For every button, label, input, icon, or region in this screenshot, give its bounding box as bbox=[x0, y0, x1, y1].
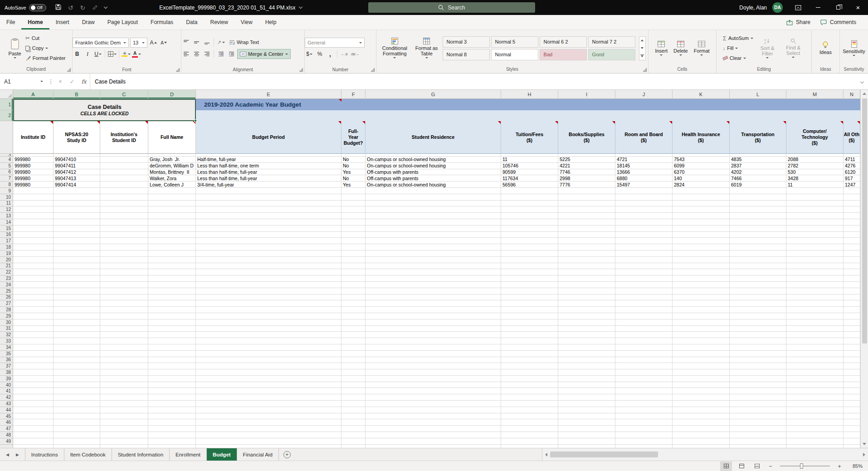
row-header-40[interactable]: 40 bbox=[0, 382, 13, 388]
cell-L24[interactable] bbox=[730, 282, 786, 288]
cell-L14[interactable] bbox=[730, 219, 786, 226]
cell-E41[interactable] bbox=[196, 388, 341, 394]
align-right-button[interactable] bbox=[202, 49, 211, 59]
zoom-slider[interactable] bbox=[780, 466, 830, 466]
cell-M37[interactable] bbox=[786, 363, 844, 369]
cell-G18[interactable] bbox=[366, 244, 501, 250]
row-header-spacer[interactable] bbox=[0, 121, 13, 154]
horizontal-scrollbar[interactable] bbox=[542, 448, 868, 461]
cell-A44[interactable] bbox=[13, 407, 54, 413]
cell-J5[interactable]: 18145 bbox=[615, 163, 673, 169]
cell-A29[interactable] bbox=[13, 313, 54, 319]
vertical-scrollbar[interactable] bbox=[860, 90, 868, 448]
row-header-32[interactable]: 32 bbox=[0, 332, 13, 338]
cell-N35[interactable] bbox=[844, 351, 860, 357]
cell-B34[interactable] bbox=[54, 344, 100, 351]
cell-M40[interactable] bbox=[786, 382, 844, 388]
cell-style-normal-7-2[interactable]: Normal 7 2 bbox=[588, 36, 635, 48]
column-header-E[interactable]: E bbox=[196, 90, 341, 99]
row-header-9[interactable]: 9 bbox=[0, 188, 13, 194]
cell-E47[interactable] bbox=[196, 426, 341, 432]
select-all-corner[interactable] bbox=[0, 90, 13, 99]
row-header-48[interactable]: 48 bbox=[0, 432, 13, 438]
cell-J31[interactable] bbox=[615, 326, 673, 332]
row-header-38[interactable]: 38 bbox=[0, 369, 13, 376]
cell-K35[interactable] bbox=[673, 351, 730, 357]
cell-I39[interactable] bbox=[558, 376, 615, 382]
cell-C41[interactable] bbox=[100, 388, 148, 394]
cell-M45[interactable] bbox=[786, 413, 844, 420]
cell-L9[interactable] bbox=[730, 188, 786, 194]
cell-E38[interactable] bbox=[196, 369, 341, 376]
cell-N22[interactable] bbox=[844, 269, 860, 275]
cell-A33[interactable] bbox=[13, 338, 54, 344]
cell-F43[interactable] bbox=[341, 401, 366, 407]
cell-N43[interactable] bbox=[844, 401, 860, 407]
italic-button[interactable]: I bbox=[83, 49, 92, 59]
cell-C4[interactable] bbox=[100, 157, 148, 163]
cell-C30[interactable] bbox=[100, 319, 148, 326]
sheet-tab-enrollment[interactable]: Enrollment bbox=[170, 448, 207, 461]
row-header-28[interactable]: 28 bbox=[0, 307, 13, 313]
cell-I23[interactable] bbox=[558, 275, 615, 282]
cell-A40[interactable] bbox=[13, 382, 54, 388]
cell-J30[interactable] bbox=[615, 319, 673, 326]
cell-M17[interactable] bbox=[786, 238, 844, 244]
column-title-J[interactable]: Room and Board ($) bbox=[615, 121, 673, 154]
column-title-N[interactable]: All Oth ($) bbox=[844, 121, 860, 154]
zoom-out-button[interactable]: − bbox=[766, 463, 775, 470]
cell-C31[interactable] bbox=[100, 326, 148, 332]
borders-button[interactable] bbox=[107, 49, 117, 59]
cell-J39[interactable] bbox=[615, 376, 673, 382]
cell-N26[interactable] bbox=[844, 294, 860, 301]
cell-A36[interactable] bbox=[13, 357, 54, 363]
cell-A7[interactable]: 999980 bbox=[13, 175, 54, 182]
cell-B23[interactable] bbox=[54, 275, 100, 282]
cell-M11[interactable] bbox=[786, 201, 844, 207]
cell-K47[interactable] bbox=[673, 426, 730, 432]
cell-E34[interactable] bbox=[196, 344, 341, 351]
cell-I43[interactable] bbox=[558, 401, 615, 407]
cell-A12[interactable] bbox=[13, 206, 54, 213]
cell-J29[interactable] bbox=[615, 313, 673, 319]
cell-K13[interactable] bbox=[673, 213, 730, 219]
cell-K23[interactable] bbox=[673, 275, 730, 282]
cell-A39[interactable] bbox=[13, 376, 54, 382]
cell-G15[interactable] bbox=[366, 226, 501, 232]
cell-A8[interactable]: 999980 bbox=[13, 182, 54, 188]
cell-G43[interactable] bbox=[366, 401, 501, 407]
cell-D14[interactable] bbox=[148, 219, 196, 226]
cell-G50[interactable] bbox=[366, 445, 501, 448]
column-header-H[interactable]: H bbox=[501, 90, 558, 99]
cell-F23[interactable] bbox=[341, 275, 366, 282]
row-header-12[interactable]: 12 bbox=[0, 206, 13, 213]
row-header-44[interactable]: 44 bbox=[0, 407, 13, 413]
cell-A18[interactable] bbox=[13, 244, 54, 250]
cell-F49[interactable] bbox=[341, 438, 366, 445]
row-header-spacer[interactable] bbox=[0, 445, 13, 448]
cell-K36[interactable] bbox=[673, 357, 730, 363]
cell-M21[interactable] bbox=[786, 263, 844, 270]
column-header-D[interactable]: D bbox=[148, 90, 196, 99]
ribbon-tab-insert[interactable]: Insert bbox=[49, 15, 76, 29]
cell-A46[interactable] bbox=[13, 419, 54, 426]
cell-D19[interactable] bbox=[148, 250, 196, 257]
accounting-format-button[interactable]: $ bbox=[305, 49, 314, 59]
cell-N49[interactable] bbox=[844, 438, 860, 445]
cell-H29[interactable] bbox=[501, 313, 558, 319]
cell-E42[interactable] bbox=[196, 394, 341, 401]
cell-C17[interactable] bbox=[100, 238, 148, 244]
cell-E14[interactable] bbox=[196, 219, 341, 226]
cell-A11[interactable] bbox=[13, 201, 54, 207]
cell-K30[interactable] bbox=[673, 319, 730, 326]
cell-N44[interactable] bbox=[844, 407, 860, 413]
align-center-button[interactable] bbox=[192, 49, 201, 59]
cell-B38[interactable] bbox=[54, 369, 100, 376]
decrease-decimal-button[interactable]: .00→ bbox=[350, 49, 359, 59]
cell-I49[interactable] bbox=[558, 438, 615, 445]
cell-K41[interactable] bbox=[673, 388, 730, 394]
cell-I32[interactable] bbox=[558, 332, 615, 338]
cell-H12[interactable] bbox=[501, 206, 558, 213]
cell-D33[interactable] bbox=[148, 338, 196, 344]
cell-B15[interactable] bbox=[54, 226, 100, 232]
